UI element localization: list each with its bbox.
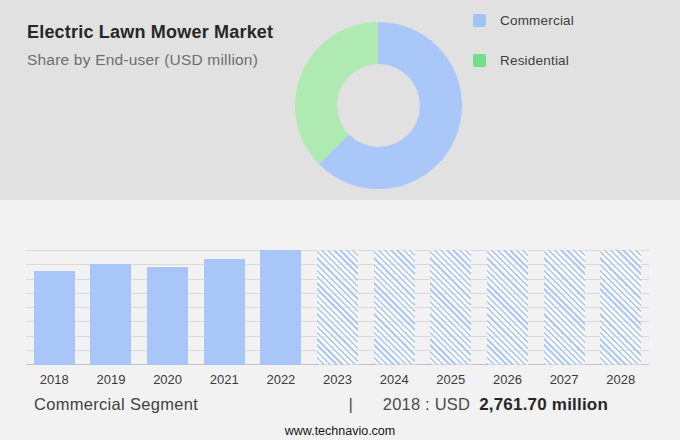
x-axis-label-2024: 2024 (366, 372, 423, 387)
bar-2019 (90, 264, 131, 365)
bar-slot-2020 (139, 250, 196, 365)
bar-2020 (147, 267, 188, 365)
legend-item-residential: Residential (473, 53, 574, 68)
legend-swatch-residential (473, 54, 486, 67)
caption-row: Commercial Segment | 2018 : USD 2,761.70… (34, 395, 646, 415)
bar-slot-2026 (479, 250, 536, 365)
bar-slot-2022 (253, 250, 310, 365)
donut-chart (295, 22, 462, 189)
bar-2026 (487, 250, 528, 365)
page-title: Electric Lawn Mower Market (27, 22, 273, 43)
x-axis-label-2018: 2018 (26, 372, 83, 387)
x-axis-label-2028: 2028 (592, 372, 649, 387)
bar-slot-2025 (422, 250, 479, 365)
bar-2028 (600, 250, 641, 365)
infographic-root: Electric Lawn Mower Market Share by End-… (0, 0, 680, 440)
bar-slot-2024 (366, 250, 423, 365)
bar-slot-2018 (26, 250, 83, 365)
segment-label: Commercial Segment (34, 395, 198, 414)
bar-slot-2027 (536, 250, 593, 365)
x-axis-label-2025: 2025 (422, 372, 479, 387)
legend-label: Residential (500, 53, 569, 68)
bar-2025 (430, 250, 471, 365)
bar-2024 (374, 250, 415, 365)
footer-url[interactable]: www.technavio.com (285, 424, 395, 438)
bars-container (26, 250, 649, 365)
page-subtitle: Share by End-user (USD million) (27, 51, 273, 69)
bar-chart-section: 2018201920202021202220232024202520262027… (0, 200, 680, 440)
bar-2027 (544, 250, 585, 365)
bar-2022 (260, 250, 301, 365)
x-axis-label-2027: 2027 (536, 372, 593, 387)
value-bold: 2,761.70 million (479, 395, 608, 415)
donut-legend: CommercialResidential (473, 13, 574, 93)
x-axis-labels: 2018201920202021202220232024202520262027… (26, 372, 649, 387)
x-axis-label-2021: 2021 (196, 372, 253, 387)
caption-value-group: | 2018 : USD 2,761.70 million (348, 395, 608, 415)
x-axis-label-2020: 2020 (139, 372, 196, 387)
bar-slot-2021 (196, 250, 253, 365)
x-axis-label-2026: 2026 (479, 372, 536, 387)
x-axis-label-2019: 2019 (83, 372, 140, 387)
hero-section: Electric Lawn Mower Market Share by End-… (0, 0, 680, 200)
bar-2018 (34, 271, 75, 365)
value-prefix: 2018 : USD (383, 395, 470, 414)
legend-item-commercial: Commercial (473, 13, 574, 28)
bar-chart-plot (26, 250, 649, 365)
legend-swatch-commercial (473, 14, 486, 27)
x-axis-label-2023: 2023 (309, 372, 366, 387)
bar-2021 (204, 259, 245, 365)
legend-label: Commercial (500, 13, 574, 28)
bar-slot-2023 (309, 250, 366, 365)
x-axis-label-2022: 2022 (253, 372, 310, 387)
caption-separator: | (348, 395, 352, 415)
bar-slot-2019 (83, 250, 140, 365)
bar-2023 (317, 250, 358, 365)
bar-slot-2028 (592, 250, 649, 365)
footer: www.technavio.com (0, 421, 680, 439)
donut-hole (337, 64, 420, 147)
title-block: Electric Lawn Mower Market Share by End-… (27, 22, 273, 69)
